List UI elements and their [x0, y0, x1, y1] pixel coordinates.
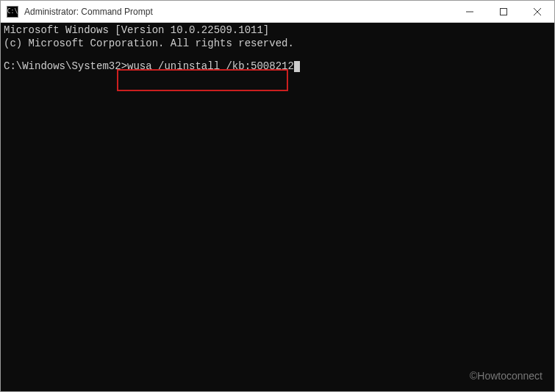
close-button[interactable]: [520, 1, 554, 22]
titlebar: C:\ Administrator: Command Prompt: [1, 1, 554, 23]
window-title: Administrator: Command Prompt: [24, 7, 453, 17]
window-controls: [453, 1, 554, 22]
svg-rect-1: [501, 8, 507, 15]
minimize-button[interactable]: [453, 1, 487, 22]
close-icon: [534, 8, 541, 15]
terminal-prompt-line: C:\Windows\System32>wusa /uninstall /kb:…: [4, 60, 551, 74]
maximize-button[interactable]: [487, 1, 520, 22]
watermark: ©Howtoconnect: [470, 370, 543, 383]
terminal-cursor: [294, 61, 300, 72]
minimize-icon: [466, 8, 473, 15]
terminal-area[interactable]: Microsoft Windows [Version 10.0.22509.10…: [1, 23, 554, 391]
terminal-command: wusa /uninstall /kb:5008212: [127, 60, 294, 74]
terminal-output-line: (c) Microsoft Corporation. All rights re…: [4, 38, 551, 51]
cmd-icon: C:\: [7, 6, 18, 18]
terminal-output-line: Microsoft Windows [Version 10.0.22509.10…: [4, 24, 551, 38]
maximize-icon: [500, 8, 507, 15]
terminal-prompt: C:\Windows\System32>: [4, 60, 127, 74]
